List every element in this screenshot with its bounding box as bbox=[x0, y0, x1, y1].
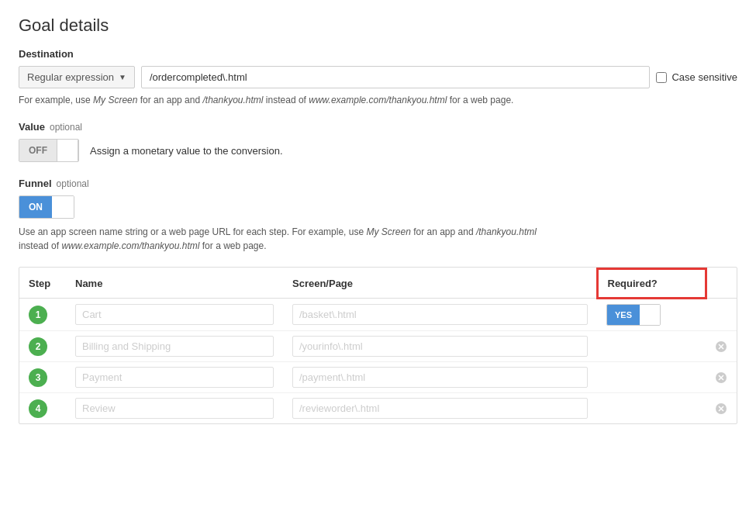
destination-input[interactable] bbox=[141, 66, 651, 88]
destination-section: Destination Regular expression ▼ Case se… bbox=[19, 48, 737, 107]
screen-input[interactable] bbox=[292, 367, 588, 388]
screen-cell[interactable] bbox=[283, 362, 597, 393]
remove-cell bbox=[706, 299, 737, 331]
page-title: Goal details bbox=[19, 16, 737, 36]
funnel-toggle-thumb bbox=[52, 196, 74, 218]
step-number: 2 bbox=[29, 337, 47, 356]
value-section: Valueoptional OFF Assign a monetary valu… bbox=[19, 121, 737, 162]
name-cell[interactable] bbox=[66, 393, 283, 424]
dropdown-arrow-icon: ▼ bbox=[119, 73, 126, 81]
name-cell[interactable] bbox=[66, 331, 283, 362]
funnel-toggle-on: ON bbox=[19, 196, 52, 218]
remove-icon[interactable] bbox=[715, 402, 727, 415]
funnel-table-container: Step Name Screen/Page Required? 1YES234 bbox=[19, 267, 737, 424]
name-input[interactable] bbox=[75, 367, 274, 388]
screen-input[interactable] bbox=[292, 304, 588, 325]
required-toggle[interactable]: YES bbox=[606, 304, 661, 326]
remove-cell bbox=[706, 362, 737, 393]
screen-input[interactable] bbox=[292, 398, 588, 419]
col-step: Step bbox=[19, 269, 66, 299]
table-row: 2 bbox=[19, 331, 737, 362]
case-sensitive-checkbox[interactable] bbox=[656, 72, 667, 83]
step-cell: 3 bbox=[19, 362, 66, 393]
remove-icon[interactable] bbox=[715, 371, 727, 384]
step-cell: 2 bbox=[19, 331, 66, 362]
step-number: 4 bbox=[29, 399, 47, 418]
destination-label: Destination bbox=[19, 48, 737, 60]
destination-hint: For example, use My Screen for an app an… bbox=[19, 93, 737, 107]
col-name: Name bbox=[66, 269, 283, 299]
remove-cell bbox=[706, 331, 737, 362]
step-cell: 1 bbox=[19, 299, 66, 331]
screen-input[interactable] bbox=[292, 336, 588, 357]
funnel-toggle[interactable]: ON bbox=[19, 195, 74, 219]
remove-icon[interactable] bbox=[715, 340, 727, 353]
col-screen: Screen/Page bbox=[283, 269, 597, 299]
name-cell[interactable] bbox=[66, 299, 283, 331]
screen-cell[interactable] bbox=[283, 393, 597, 424]
value-description: Assign a monetary value to the conversio… bbox=[90, 145, 283, 157]
col-required: Required? bbox=[597, 269, 706, 299]
remove-cell bbox=[706, 393, 737, 424]
regex-dropdown[interactable]: Regular expression ▼ bbox=[19, 66, 135, 88]
funnel-hint: Use an app screen name string or a web p… bbox=[19, 225, 737, 253]
col-actions bbox=[706, 269, 737, 299]
required-toggle-thumb bbox=[640, 305, 660, 325]
value-toggle[interactable]: OFF bbox=[19, 139, 79, 162]
name-cell[interactable] bbox=[66, 362, 283, 393]
step-cell: 4 bbox=[19, 393, 66, 424]
screen-cell[interactable] bbox=[283, 331, 597, 362]
funnel-table: Step Name Screen/Page Required? 1YES234 bbox=[19, 268, 737, 423]
table-row: 1YES bbox=[19, 299, 737, 331]
funnel-label: Funneloptional bbox=[19, 178, 737, 189]
screen-cell[interactable] bbox=[283, 299, 597, 331]
step-number: 3 bbox=[29, 368, 47, 387]
value-toggle-off: OFF bbox=[19, 140, 57, 161]
case-sensitive-label: Case sensitive bbox=[671, 71, 737, 83]
required-cell bbox=[597, 393, 706, 424]
funnel-section: Funneloptional ON Use an app screen name… bbox=[19, 178, 737, 424]
required-yes-label: YES bbox=[607, 305, 640, 325]
name-input[interactable] bbox=[75, 336, 274, 357]
regex-dropdown-label: Regular expression bbox=[27, 71, 114, 83]
required-cell: YES bbox=[597, 299, 706, 331]
table-row: 4 bbox=[19, 393, 737, 424]
required-cell bbox=[597, 331, 706, 362]
value-toggle-thumb bbox=[57, 140, 78, 161]
name-input[interactable] bbox=[75, 398, 274, 419]
name-input[interactable] bbox=[75, 304, 274, 325]
step-number: 1 bbox=[29, 306, 47, 324]
table-row: 3 bbox=[19, 362, 737, 393]
required-cell bbox=[597, 362, 706, 393]
value-label: Valueoptional bbox=[19, 121, 737, 133]
